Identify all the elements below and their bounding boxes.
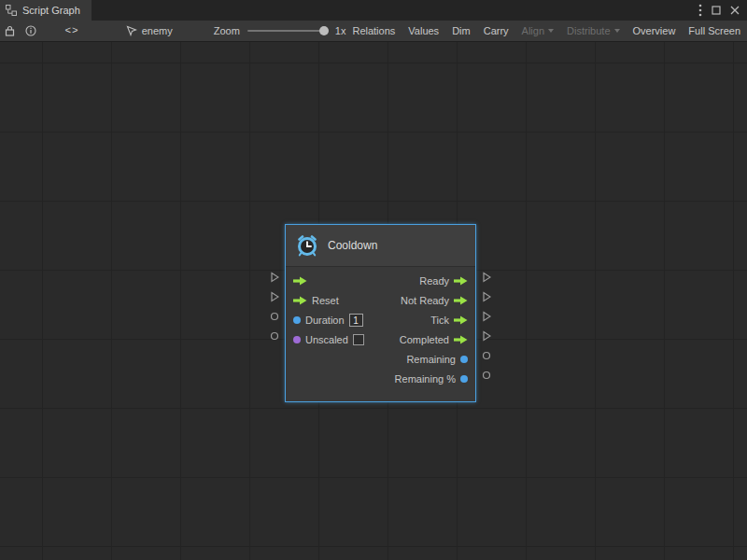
zoom-label: Zoom xyxy=(214,25,240,36)
value-dot-icon xyxy=(293,336,301,343)
carry-button[interactable]: Carry xyxy=(477,21,515,41)
zoom-slider[interactable] xyxy=(247,30,328,32)
flow-arrow-icon xyxy=(293,276,307,286)
port-label: Remaining % xyxy=(395,373,456,385)
align-dropdown[interactable]: Align xyxy=(515,21,560,41)
flow-arrow-icon xyxy=(454,315,468,325)
flow-output-port[interactable] xyxy=(476,267,497,287)
full-screen-button[interactable]: Full Screen xyxy=(682,21,747,41)
duration-value-field[interactable]: 1 xyxy=(349,314,363,327)
graph-pointer-icon xyxy=(126,25,137,36)
value-dot-icon xyxy=(460,356,468,363)
values-button[interactable]: Values xyxy=(402,21,445,41)
maximize-icon[interactable] xyxy=(712,6,721,15)
script-graph-icon xyxy=(6,5,17,16)
graph-name: enemy xyxy=(142,25,173,36)
flow-arrow-icon xyxy=(454,296,468,305)
overview-button[interactable]: Overview xyxy=(627,21,683,41)
node-right-ports xyxy=(476,224,497,402)
port-row: Unscaled Completed xyxy=(286,329,475,349)
dim-button[interactable]: Dim xyxy=(445,21,477,41)
flow-output-port[interactable] xyxy=(476,287,497,306)
port-row: Duration 1 Tick xyxy=(286,310,475,329)
port-row: Ready xyxy=(286,271,475,290)
graph-reference[interactable]: enemy xyxy=(126,25,173,36)
code-toggle-button[interactable]: <> xyxy=(55,21,88,41)
tab-title: Script Graph xyxy=(22,5,80,16)
graph-canvas[interactable]: Cooldown Ready xyxy=(0,42,747,560)
port-row: Reset Not Ready xyxy=(286,290,475,310)
node-title: Cooldown xyxy=(328,239,377,252)
close-icon[interactable] xyxy=(730,6,740,15)
toolbar-buttons: Relations Values Dim Carry Align Distrib… xyxy=(345,21,747,41)
port-label: Ready xyxy=(419,275,449,287)
port-label: Tick xyxy=(430,315,449,326)
flow-output-port[interactable] xyxy=(476,326,497,345)
unscaled-checkbox[interactable] xyxy=(353,334,364,345)
port-row: Remaining % xyxy=(286,369,475,388)
flow-input-port[interactable] xyxy=(264,287,285,306)
titlebar-spacer xyxy=(92,0,698,21)
kebab-menu-icon[interactable] xyxy=(698,4,702,17)
info-icon[interactable] xyxy=(21,21,41,41)
graph-toolbar: <> enemy Zoom 1x Relations Values xyxy=(0,21,747,42)
zoom-control: Zoom 1x xyxy=(214,25,346,36)
chevron-down-icon xyxy=(548,29,554,33)
flow-output-port[interactable] xyxy=(476,306,497,326)
code-icon: <> xyxy=(64,25,78,36)
flow-input-port[interactable] xyxy=(264,267,285,287)
port-label: Duration xyxy=(305,315,345,326)
value-input-port[interactable] xyxy=(264,326,285,345)
node-box[interactable]: Cooldown Ready xyxy=(285,224,476,402)
script-graph-window: Script Graph xyxy=(0,0,747,560)
flow-arrow-icon xyxy=(293,296,307,305)
window-controls xyxy=(698,0,747,21)
tab-script-graph[interactable]: Script Graph xyxy=(0,0,92,21)
node-left-ports xyxy=(264,224,285,402)
empty-port-slot xyxy=(264,365,285,385)
value-dot-icon xyxy=(460,375,468,383)
alarm-clock-icon xyxy=(295,233,319,258)
relations-button[interactable]: Relations xyxy=(345,21,402,41)
value-output-port[interactable] xyxy=(476,345,497,365)
zoom-slider-handle[interactable] xyxy=(319,26,329,35)
node-body: Ready Reset Not Ready xyxy=(286,267,475,401)
flow-arrow-icon xyxy=(454,335,468,344)
port-label: Reset xyxy=(312,295,339,306)
value-input-port[interactable] xyxy=(264,306,285,326)
titlebar: Script Graph xyxy=(0,0,747,21)
lock-icon[interactable] xyxy=(0,21,21,41)
distribute-dropdown[interactable]: Distribute xyxy=(560,21,626,41)
value-dot-icon xyxy=(293,316,301,324)
node-header[interactable]: Cooldown xyxy=(286,225,475,267)
port-label: Unscaled xyxy=(305,334,348,345)
empty-port-slot xyxy=(264,345,285,365)
value-output-port[interactable] xyxy=(476,365,497,385)
cooldown-node[interactable]: Cooldown Ready xyxy=(264,224,497,402)
port-label: Not Ready xyxy=(401,295,449,306)
port-label: Remaining xyxy=(406,354,456,365)
port-label: Completed xyxy=(400,334,449,345)
zoom-value: 1x xyxy=(335,25,346,36)
port-row: Remaining xyxy=(286,349,475,369)
flow-arrow-icon xyxy=(454,276,468,286)
chevron-down-icon xyxy=(614,29,620,33)
